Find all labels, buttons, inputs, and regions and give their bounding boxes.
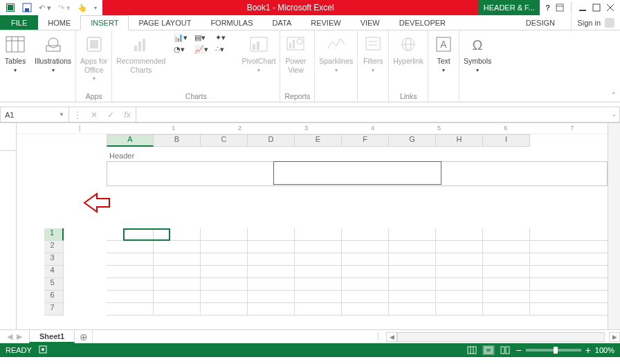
tab-view[interactable]: VIEW — [351, 15, 390, 30]
column-chart-icon[interactable]: 📊▾ — [174, 33, 192, 42]
tab-formulas[interactable]: FORMULAS — [201, 15, 262, 30]
add-sheet-button[interactable]: ⊕ — [75, 330, 93, 343]
zoom-slider[interactable] — [526, 349, 581, 352]
horizontal-scrollbar[interactable]: ⋮ ◀ ▶ — [93, 330, 620, 343]
undo-icon[interactable]: ↶ ▾ — [39, 3, 51, 12]
hierarchy-chart-icon[interactable]: ◔▾ — [174, 45, 192, 54]
line-chart-icon[interactable]: 📈▾ — [194, 45, 212, 54]
window-title: Book1 - Microsoft Excel — [247, 3, 334, 12]
col-header-f[interactable]: F — [342, 134, 389, 147]
expand-formula-bar-icon[interactable]: ⌄ — [612, 111, 617, 118]
tab-review[interactable]: REVIEW — [301, 15, 350, 30]
tab-home[interactable]: HOME — [38, 15, 80, 30]
row-header-6[interactable]: 6 — [44, 291, 64, 303]
apps-for-office-button[interactable]: Apps for Office▾ — [80, 33, 107, 82]
header-right-box[interactable] — [441, 162, 607, 185]
header-center-box[interactable] — [273, 161, 441, 185]
scroll-right-icon[interactable]: ▶ — [609, 332, 620, 342]
row-header-2[interactable]: 2 — [44, 241, 64, 253]
sign-in[interactable]: Sign in — [571, 15, 620, 30]
sheet-nav: ◀ ▶ — [0, 330, 29, 343]
redo-icon[interactable]: ↷ ▾ — [58, 3, 71, 12]
col-header-i[interactable]: I — [483, 134, 530, 147]
bar-chart-icon[interactable]: ▤▾ — [194, 33, 212, 42]
avatar-icon — [605, 18, 614, 28]
select-all-corner[interactable] — [0, 123, 16, 151]
tables-button[interactable]: Tables▾ — [4, 33, 26, 73]
group-links: Hyperlink Links — [389, 30, 428, 102]
scroll-left-icon[interactable]: ◀ — [386, 332, 397, 342]
svg-marker-38 — [84, 194, 109, 212]
tab-page-layout[interactable]: PAGE LAYOUT — [129, 15, 201, 30]
fx-icon[interactable]: fx — [119, 110, 136, 120]
svg-rect-47 — [506, 347, 509, 354]
cancel-icon[interactable]: ✕ — [86, 110, 102, 120]
recommended-charts-button[interactable]: Recommended Charts — [116, 33, 165, 74]
dots-icon: ⋮ — [69, 110, 86, 120]
cells[interactable] — [107, 228, 608, 316]
group-sparklines: Sparklines▾ — [315, 30, 358, 102]
name-box[interactable]: A1 ▼ — [0, 107, 69, 122]
row-header-3[interactable]: 3 — [44, 253, 64, 266]
col-header-c[interactable]: C — [201, 134, 248, 147]
sheet-tab[interactable]: Sheet1 — [29, 330, 75, 343]
svg-rect-11 — [6, 37, 24, 52]
tab-design[interactable]: DESIGN — [509, 15, 571, 30]
col-header-d[interactable]: D — [248, 134, 295, 147]
vertical-scrollbar[interactable] — [608, 123, 620, 329]
formula-input[interactable]: ⌄ — [136, 107, 620, 122]
header-left-box[interactable] — [107, 162, 274, 185]
ribbon-display-icon[interactable] — [556, 3, 564, 12]
zoom-level[interactable]: 100% — [595, 346, 614, 354]
page-layout-view-icon[interactable] — [482, 345, 495, 355]
symbols-button[interactable]: Ω Symbols▾ — [464, 33, 491, 73]
illustrations-button[interactable]: Illustrations▾ — [35, 33, 71, 73]
touch-mode-icon[interactable]: 👆 — [78, 3, 87, 12]
col-header-h[interactable]: H — [436, 134, 483, 147]
col-header-b[interactable]: B — [154, 134, 201, 147]
tab-file[interactable]: FILE — [0, 15, 38, 30]
formula-bar: A1 ▼ ⋮ ✕ ✓ fx ⌄ — [0, 107, 620, 123]
group-charts: Recommended Charts 📊▾ ▤▾ ✦▾ ◔▾ 📈▾ ∴▾ Piv… — [112, 30, 280, 102]
page-break-view-icon[interactable] — [499, 345, 511, 355]
tab-data[interactable]: DATA — [263, 15, 302, 30]
grid[interactable]: | 1 2 3 4 5 6 7 A B C D E F G H I Header — [17, 123, 620, 329]
save-icon[interactable] — [22, 3, 32, 12]
row-header-7[interactable]: 7 — [44, 303, 64, 316]
page-header-area: Header — [107, 149, 608, 186]
col-header-g[interactable]: G — [389, 134, 436, 147]
hyperlink-button[interactable]: Hyperlink — [393, 33, 423, 66]
maximize-icon[interactable] — [592, 3, 601, 12]
enter-icon[interactable]: ✓ — [102, 110, 119, 120]
row-header-5[interactable]: 5 — [44, 278, 64, 291]
row-header-1[interactable]: 1 — [44, 228, 64, 241]
normal-view-icon[interactable] — [466, 345, 478, 355]
svg-rect-29 — [366, 37, 380, 50]
minimize-icon[interactable] — [578, 3, 587, 12]
filters-button[interactable]: Filters▾ — [362, 33, 384, 73]
zoom-out-button[interactable]: − — [516, 345, 521, 356]
zoom-in-button[interactable]: + — [585, 345, 591, 356]
pivotchart-button[interactable]: PivotChart▾ — [241, 33, 275, 73]
help-icon[interactable]: ? — [545, 3, 550, 12]
collapse-ribbon-icon[interactable]: ˄ — [612, 91, 616, 100]
col-header-a[interactable]: A — [107, 134, 154, 147]
close-icon[interactable] — [606, 3, 614, 12]
name-box-dropdown-icon[interactable]: ▼ — [59, 111, 64, 118]
power-view-button[interactable]: Power View — [284, 33, 307, 74]
qat-dropdown-icon[interactable]: ▾ — [94, 5, 97, 11]
excel-icon — [6, 3, 15, 12]
col-header-e[interactable]: E — [295, 134, 342, 147]
stock-chart-icon[interactable]: ✦▾ — [215, 33, 233, 42]
text-button[interactable]: A Text▾ — [432, 33, 455, 73]
tab-developer[interactable]: DEVELOPER — [390, 15, 455, 30]
sparklines-button[interactable]: Sparklines▾ — [319, 33, 353, 73]
macro-record-icon[interactable] — [39, 345, 47, 355]
scatter-chart-icon[interactable]: ∴▾ — [215, 45, 233, 54]
svg-text:A: A — [440, 39, 447, 50]
tab-insert[interactable]: INSERT — [80, 15, 129, 30]
tab-split-handle[interactable]: ⋮ — [370, 332, 386, 341]
row-header-4[interactable]: 4 — [44, 266, 64, 278]
next-sheet-icon[interactable]: ▶ — [17, 332, 22, 341]
prev-sheet-icon[interactable]: ◀ — [7, 332, 12, 341]
